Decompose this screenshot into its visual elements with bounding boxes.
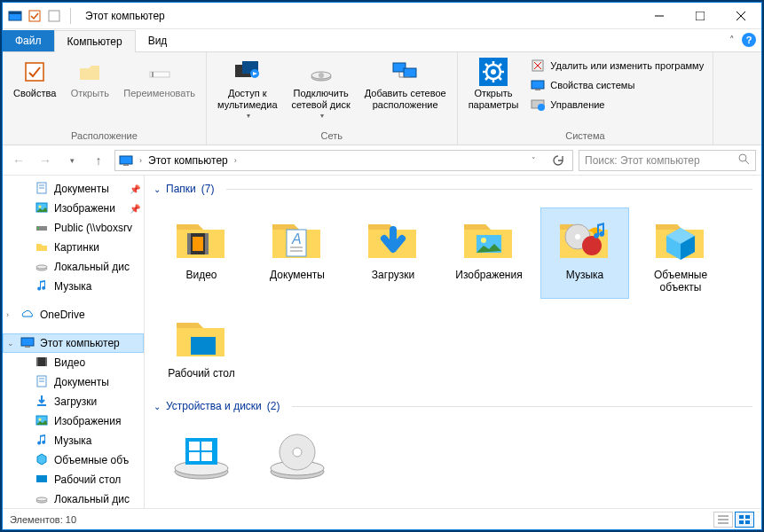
refresh-button[interactable] xyxy=(547,150,569,171)
sidebar-item-quick[interactable]: Локальный дис xyxy=(3,257,144,277)
sidebar-item-quick[interactable]: Изображени📌 xyxy=(3,199,144,218)
sidebar-item-quick[interactable]: Картинки xyxy=(3,238,144,257)
close-button[interactable] xyxy=(721,3,761,29)
svg-rect-35 xyxy=(532,81,544,89)
doc-icon xyxy=(35,374,49,391)
folder-item[interactable]: Музыка xyxy=(540,207,629,299)
sidebar-item[interactable]: Музыка xyxy=(3,431,144,450)
sidebar-item[interactable]: Загрузки xyxy=(3,392,144,411)
addr-root-chevron-icon[interactable]: › xyxy=(137,156,145,165)
nav-forward-button[interactable]: → xyxy=(35,150,56,171)
music-icon xyxy=(35,433,49,450)
folder-item[interactable]: Рабочий стол xyxy=(157,306,246,384)
folder-item[interactable]: AДокументы xyxy=(253,207,342,299)
group-header-drives[interactable]: ⌄ Устройства и диски (2) xyxy=(154,393,752,416)
body: Документы📌Изображени📌Public (\\vboxsrvКа… xyxy=(3,176,761,508)
folder-item[interactable]: Изображения xyxy=(445,207,533,299)
qat-properties-icon[interactable] xyxy=(28,9,42,23)
maximize-button[interactable] xyxy=(680,3,721,29)
properties-button[interactable]: Свойства xyxy=(8,56,61,101)
system-properties-button[interactable]: Свойства системы xyxy=(527,75,707,95)
addr-history-button[interactable]: ˅ xyxy=(523,150,544,171)
svg-rect-3 xyxy=(49,11,59,21)
minimize-button[interactable] xyxy=(639,3,680,29)
uninstall-program-button[interactable]: Удалить или изменить программу xyxy=(527,56,707,75)
svg-rect-68 xyxy=(205,233,209,254)
drives-grid xyxy=(154,416,752,496)
search-input[interactable]: Поиск: Этот компьютер xyxy=(579,150,756,171)
add-network-location-button[interactable]: Добавить сетевое расположение xyxy=(359,56,452,112)
desk-icon xyxy=(35,472,49,489)
sidebar-item-quick[interactable]: Музыка xyxy=(3,277,144,296)
sidebar-item[interactable]: Локальный дис xyxy=(3,489,144,508)
disk-icon xyxy=(35,491,49,508)
network-location-icon xyxy=(391,58,420,86)
sidebar-item-quick[interactable]: Public (\\vboxsrv xyxy=(3,218,144,238)
sidebar-item[interactable]: Видео xyxy=(3,353,144,372)
addr-chevron-icon[interactable]: › xyxy=(232,156,240,165)
manage-button[interactable]: Управление xyxy=(527,95,707,114)
explorer-window: Этот компьютер Файл Компьютер Вид ˄ ? xyxy=(2,2,762,530)
rename-icon xyxy=(146,58,174,86)
sidebar-item[interactable]: Изображения xyxy=(3,411,144,431)
view-details-button[interactable] xyxy=(713,512,733,528)
drive-local[interactable] xyxy=(157,425,246,487)
svg-point-16 xyxy=(319,73,324,78)
sidebar-item-quick[interactable]: Документы📌 xyxy=(3,179,144,199)
folder-doc-icon: A xyxy=(265,212,329,265)
status-item-count: Элементов: 10 xyxy=(10,514,76,525)
folder-item[interactable]: Видео xyxy=(157,207,246,299)
sidebar-item[interactable]: Документы xyxy=(3,372,144,392)
svg-point-62 xyxy=(39,418,42,420)
ribbon-group-network: Доступ к мультимедиа▾ Подключить сетевой… xyxy=(207,52,458,145)
sidebar-item-onedrive[interactable]: › OneDrive xyxy=(3,305,144,325)
open-settings-button[interactable]: Открыть параметры xyxy=(463,56,524,112)
ribbon-collapse-icon[interactable]: ˄ xyxy=(729,35,735,46)
svg-rect-10 xyxy=(152,72,154,77)
nav-recent-button[interactable]: ▾ xyxy=(61,150,83,171)
collapse-icon[interactable]: ⌄ xyxy=(7,339,14,348)
map-drive-icon xyxy=(307,58,335,86)
tab-view[interactable]: Вид xyxy=(136,30,180,51)
svg-rect-86 xyxy=(201,452,212,461)
map-drive-button[interactable]: Подключить сетевой диск▾ xyxy=(287,56,356,121)
sidebar-item-this-pc[interactable]: ⌄ Этот компьютер xyxy=(3,333,144,353)
qat-new-folder-icon[interactable] xyxy=(47,9,61,23)
svg-rect-84 xyxy=(201,442,212,450)
group-location-title: Расположение xyxy=(8,129,201,143)
svg-point-47 xyxy=(39,205,42,207)
svg-line-42 xyxy=(745,160,749,164)
folder-item[interactable]: Загрузки xyxy=(349,207,437,299)
ribbon-group-system: Открыть параметры Удалить или изменить п… xyxy=(458,52,714,145)
svg-rect-56 xyxy=(45,357,47,366)
chevron-down-icon: ⌄ xyxy=(154,402,161,411)
sidebar-item[interactable]: Объемные объ xyxy=(3,450,144,470)
drive-cd[interactable] xyxy=(253,425,342,487)
help-icon[interactable]: ? xyxy=(742,33,756,47)
svg-rect-67 xyxy=(187,233,191,254)
tab-file[interactable]: Файл xyxy=(3,30,54,51)
tab-computer[interactable]: Компьютер xyxy=(54,30,136,52)
view-large-icons-button[interactable] xyxy=(735,512,754,528)
expand-icon[interactable]: › xyxy=(6,310,9,319)
group-system-title: Система xyxy=(463,129,708,143)
pc-icon xyxy=(119,153,133,168)
svg-rect-83 xyxy=(189,442,200,450)
media-icon xyxy=(233,58,262,86)
svg-rect-8 xyxy=(26,63,43,81)
chevron-down-icon: ⌄ xyxy=(154,184,161,194)
folder-3d-icon xyxy=(649,212,713,265)
folder-item[interactable]: Объемные объекты xyxy=(636,207,725,299)
svg-rect-95 xyxy=(745,515,750,519)
local-disk-icon xyxy=(169,429,233,482)
media-access-button[interactable]: Доступ к мультимедиа▾ xyxy=(212,56,283,121)
sidebar-item[interactable]: Рабочий стол xyxy=(3,470,144,489)
nav-up-button[interactable]: ↑ xyxy=(88,150,109,171)
addr-segment[interactable]: Этот компьютер xyxy=(146,154,230,167)
group-header-folders[interactable]: ⌄ Папки (7) xyxy=(154,176,752,199)
ribbon-group-location: Свойства Открыть Переименовать Расположе… xyxy=(3,52,207,145)
svg-point-78 xyxy=(582,236,602,255)
nav-back-button[interactable]: ← xyxy=(8,150,29,171)
svg-point-77 xyxy=(575,234,580,239)
address-box[interactable]: › Этот компьютер › ˅ xyxy=(114,150,573,171)
